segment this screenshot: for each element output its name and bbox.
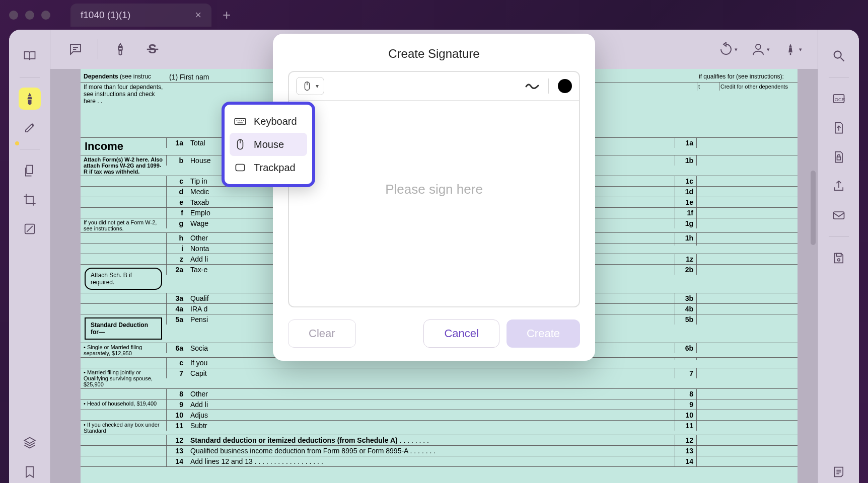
- convert-button[interactable]: [828, 117, 850, 139]
- svg-point-13: [837, 259, 840, 261]
- lock-file-icon: [832, 150, 846, 164]
- separator: [829, 77, 849, 77]
- signature-method-menu: Keyboard Mouse Trackpad: [222, 102, 315, 187]
- mail-icon: [832, 208, 846, 222]
- share-icon: [832, 179, 846, 193]
- signature-placeholder[interactable]: Please sign here: [385, 182, 483, 197]
- layers-icon: [23, 436, 37, 450]
- signature-area: ▾ Please sign here: [288, 71, 580, 307]
- signature-color-picker[interactable]: [558, 79, 572, 93]
- dropdown-label: Mouse: [254, 139, 284, 150]
- method-keyboard[interactable]: Keyboard: [230, 110, 307, 133]
- annotation-button[interactable]: [19, 117, 41, 139]
- svg-rect-10: [837, 157, 840, 160]
- highlighter-button[interactable]: [19, 88, 41, 110]
- svg-line-7: [840, 58, 844, 61]
- clear-button[interactable]: Clear: [288, 319, 356, 348]
- modal-overlay: Create Signature ▾: [50, 30, 818, 483]
- squiggle-icon: [525, 80, 539, 90]
- ocr-icon: OCR: [832, 92, 846, 106]
- app-window: S ▾ ▾ ▾ Dependents (see instruc (1) Firs…: [9, 30, 859, 483]
- svg-point-18: [243, 120, 244, 121]
- convert-icon: [832, 121, 846, 135]
- titlebar: f1040 (1)(1) × +: [0, 0, 868, 30]
- indicator-dot: [15, 141, 19, 145]
- pages-button[interactable]: [19, 159, 41, 182]
- new-tab-button[interactable]: +: [223, 7, 231, 23]
- ocr-button[interactable]: OCR: [828, 88, 850, 110]
- crop-button[interactable]: [19, 189, 41, 211]
- notes-button[interactable]: [828, 461, 850, 483]
- svg-rect-22: [236, 165, 244, 171]
- modal-buttons: Clear Cancel Create: [288, 319, 580, 348]
- svg-rect-14: [235, 119, 246, 125]
- highlighter-icon: [23, 92, 37, 106]
- bookmark-icon: [23, 465, 37, 479]
- save-icon: [832, 251, 846, 265]
- tab-bar: f1040 (1)(1) × +: [70, 4, 231, 27]
- mail-button[interactable]: [828, 204, 850, 226]
- content-area: S ▾ ▾ ▾ Dependents (see instruc (1) Firs…: [50, 30, 818, 483]
- maximize-window[interactable]: [41, 11, 50, 20]
- reading-mode-button[interactable]: [19, 45, 41, 67]
- separator: [829, 236, 849, 237]
- lock-button[interactable]: [828, 146, 850, 168]
- stroke-style-button[interactable]: [525, 80, 539, 92]
- search-icon: [832, 49, 846, 63]
- close-window[interactable]: [9, 11, 18, 20]
- left-sidebar: [9, 30, 50, 483]
- right-sidebar: OCR: [818, 30, 859, 483]
- mouse-icon: [302, 80, 313, 92]
- bookmarks-button[interactable]: [19, 461, 41, 483]
- method-trackpad[interactable]: Trackpad: [230, 156, 307, 179]
- signature-toolbar: ▾: [289, 72, 579, 101]
- share-button[interactable]: [828, 175, 850, 197]
- separator: [20, 149, 40, 149]
- note-icon: [832, 465, 846, 479]
- dropdown-label: Trackpad: [254, 162, 296, 174]
- svg-text:OCR: OCR: [834, 97, 845, 102]
- crop-icon: [23, 193, 37, 207]
- svg-point-16: [239, 120, 240, 121]
- mouse-icon: [234, 138, 247, 151]
- redact-icon: [23, 222, 37, 236]
- tab-title: f1040 (1)(1): [81, 10, 130, 21]
- edit-icon: [23, 121, 37, 135]
- trackpad-icon: [234, 161, 247, 174]
- close-tab-icon[interactable]: ×: [195, 9, 201, 22]
- method-mouse[interactable]: Mouse: [230, 133, 307, 156]
- cancel-button[interactable]: Cancel: [423, 319, 499, 348]
- modal-title: Create Signature: [288, 47, 580, 61]
- separator: [20, 77, 40, 77]
- create-signature-modal: Create Signature ▾: [273, 34, 595, 361]
- svg-point-17: [241, 120, 242, 121]
- signature-method-dropdown[interactable]: ▾: [296, 77, 324, 95]
- create-button[interactable]: Create: [507, 319, 580, 348]
- dropdown-caret-icon: ▾: [316, 83, 319, 90]
- redact-button[interactable]: [19, 218, 41, 240]
- svg-rect-11: [833, 212, 844, 219]
- search-button[interactable]: [828, 45, 850, 67]
- svg-point-6: [834, 51, 841, 58]
- save-button[interactable]: [828, 247, 850, 269]
- dropdown-label: Keyboard: [254, 116, 297, 127]
- pages-icon: [23, 164, 37, 178]
- document-tab[interactable]: f1040 (1)(1) ×: [70, 4, 211, 27]
- svg-rect-12: [836, 254, 841, 257]
- book-icon: [23, 49, 37, 63]
- keyboard-icon: [234, 115, 247, 128]
- svg-point-15: [237, 120, 238, 121]
- minimize-window[interactable]: [25, 11, 34, 20]
- window-controls: [9, 11, 50, 20]
- layers-button[interactable]: [19, 432, 41, 454]
- separator: [548, 78, 549, 94]
